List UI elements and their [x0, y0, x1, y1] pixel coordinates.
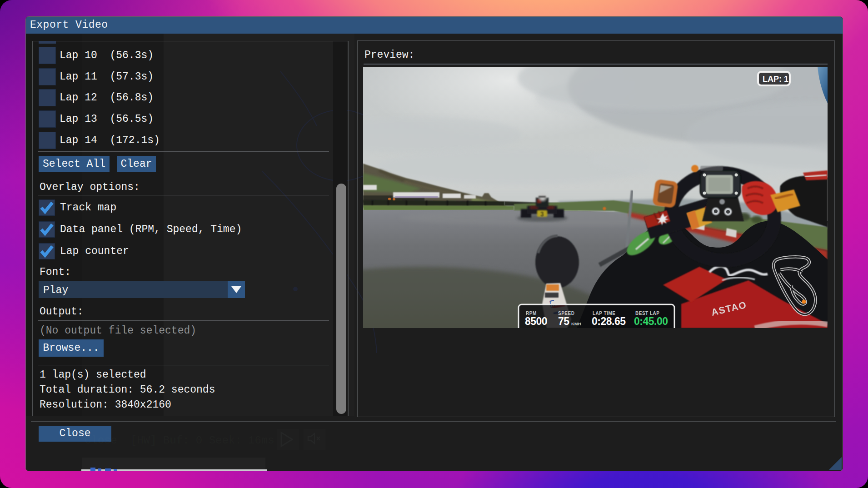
svg-text:0:45.00: 0:45.00: [634, 315, 668, 327]
svg-text:8500: 8500: [525, 315, 547, 327]
svg-text:0:28.65: 0:28.65: [592, 315, 626, 327]
svg-text:75: 75: [558, 315, 569, 327]
svg-text:KMH: KMH: [571, 321, 581, 326]
svg-text:LAP: 1: LAP: 1: [763, 75, 788, 84]
svg-text:3: 3: [540, 210, 544, 218]
